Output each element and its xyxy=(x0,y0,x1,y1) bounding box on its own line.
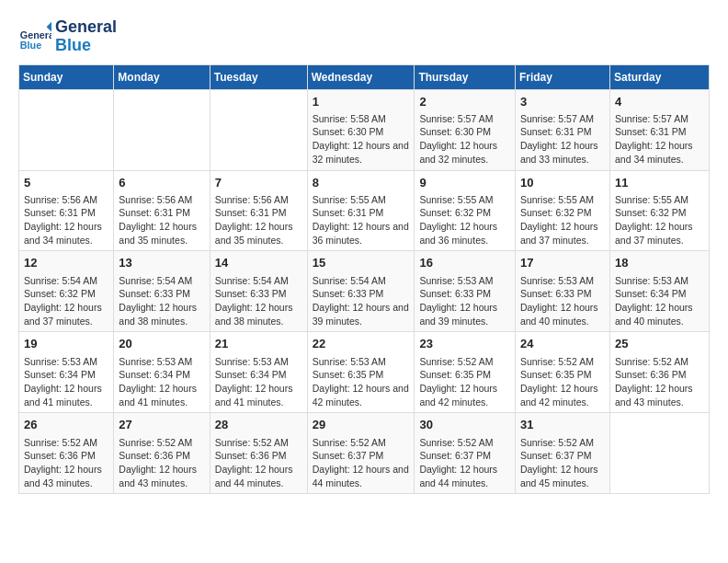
day-info: Sunrise: 5:52 AMSunset: 6:35 PMDaylight:… xyxy=(419,355,510,409)
day-number: 28 xyxy=(215,417,302,433)
day-number: 12 xyxy=(24,255,108,271)
day-info: Sunrise: 5:53 AMSunset: 6:34 PMDaylight:… xyxy=(24,355,108,409)
calendar-cell: 17Sunrise: 5:53 AMSunset: 6:33 PMDayligh… xyxy=(515,251,609,332)
calendar-cell: 3Sunrise: 5:57 AMSunset: 6:31 PMDaylight… xyxy=(515,89,609,170)
day-info: Sunrise: 5:53 AMSunset: 6:35 PMDaylight:… xyxy=(313,355,410,409)
day-info: Sunrise: 5:54 AMSunset: 6:32 PMDaylight:… xyxy=(24,274,108,328)
calendar-cell: 12Sunrise: 5:54 AMSunset: 6:32 PMDayligh… xyxy=(19,251,114,332)
calendar-cell: 15Sunrise: 5:54 AMSunset: 6:33 PMDayligh… xyxy=(307,251,415,332)
day-number: 4 xyxy=(615,94,704,110)
day-number: 23 xyxy=(419,336,510,352)
calendar-cell: 22Sunrise: 5:53 AMSunset: 6:35 PMDayligh… xyxy=(307,332,415,413)
day-number: 24 xyxy=(520,336,605,352)
calendar-cell xyxy=(210,89,307,170)
weekday-header-monday: Monday xyxy=(114,64,210,89)
day-info: Sunrise: 5:53 AMSunset: 6:33 PMDaylight:… xyxy=(419,274,510,328)
calendar-table: SundayMondayTuesdayWednesdayThursdayFrid… xyxy=(18,64,710,495)
day-number: 18 xyxy=(615,255,704,271)
day-info: Sunrise: 5:57 AMSunset: 6:31 PMDaylight:… xyxy=(615,112,704,167)
day-info: Sunrise: 5:52 AMSunset: 6:37 PMDaylight:… xyxy=(419,436,510,490)
calendar-cell xyxy=(19,89,114,170)
day-info: Sunrise: 5:52 AMSunset: 6:35 PMDaylight:… xyxy=(520,355,605,409)
day-number: 6 xyxy=(119,175,204,191)
day-info: Sunrise: 5:56 AMSunset: 6:31 PMDaylight:… xyxy=(215,193,302,247)
day-number: 13 xyxy=(119,255,204,271)
day-number: 11 xyxy=(615,175,704,191)
week-row-4: 19Sunrise: 5:53 AMSunset: 6:34 PMDayligh… xyxy=(19,332,710,413)
day-number: 22 xyxy=(313,336,410,352)
calendar-body: 1Sunrise: 5:58 AMSunset: 6:30 PMDaylight… xyxy=(19,89,710,494)
day-info: Sunrise: 5:52 AMSunset: 6:36 PMDaylight:… xyxy=(119,436,204,490)
day-info: Sunrise: 5:55 AMSunset: 6:32 PMDaylight:… xyxy=(520,193,605,247)
calendar-cell xyxy=(609,413,709,494)
day-info: Sunrise: 5:57 AMSunset: 6:30 PMDaylight:… xyxy=(419,112,510,167)
weekday-header-tuesday: Tuesday xyxy=(210,64,307,89)
calendar-cell: 19Sunrise: 5:53 AMSunset: 6:34 PMDayligh… xyxy=(19,332,114,413)
page-header: General Blue General Blue xyxy=(18,18,710,55)
calendar-cell: 28Sunrise: 5:52 AMSunset: 6:36 PMDayligh… xyxy=(210,413,307,494)
calendar-cell: 29Sunrise: 5:52 AMSunset: 6:37 PMDayligh… xyxy=(307,413,415,494)
calendar-cell: 10Sunrise: 5:55 AMSunset: 6:32 PMDayligh… xyxy=(515,170,609,251)
day-info: Sunrise: 5:56 AMSunset: 6:31 PMDaylight:… xyxy=(24,193,108,247)
day-info: Sunrise: 5:52 AMSunset: 6:36 PMDaylight:… xyxy=(24,436,108,490)
day-info: Sunrise: 5:57 AMSunset: 6:31 PMDaylight:… xyxy=(520,112,605,167)
day-info: Sunrise: 5:52 AMSunset: 6:36 PMDaylight:… xyxy=(215,436,302,490)
calendar-cell: 8Sunrise: 5:55 AMSunset: 6:31 PMDaylight… xyxy=(307,170,415,251)
day-number: 29 xyxy=(313,417,410,433)
calendar-cell: 9Sunrise: 5:55 AMSunset: 6:32 PMDaylight… xyxy=(415,170,516,251)
day-info: Sunrise: 5:53 AMSunset: 6:33 PMDaylight:… xyxy=(520,274,605,328)
day-info: Sunrise: 5:55 AMSunset: 6:32 PMDaylight:… xyxy=(615,193,704,247)
day-number: 26 xyxy=(24,417,108,433)
day-number: 27 xyxy=(119,417,204,433)
svg-text:Blue: Blue xyxy=(20,39,41,50)
calendar-cell: 13Sunrise: 5:54 AMSunset: 6:33 PMDayligh… xyxy=(114,251,210,332)
calendar-cell: 14Sunrise: 5:54 AMSunset: 6:33 PMDayligh… xyxy=(210,251,307,332)
day-info: Sunrise: 5:55 AMSunset: 6:32 PMDaylight:… xyxy=(419,193,510,247)
day-number: 19 xyxy=(24,336,108,352)
calendar-cell: 11Sunrise: 5:55 AMSunset: 6:32 PMDayligh… xyxy=(609,170,709,251)
day-info: Sunrise: 5:53 AMSunset: 6:34 PMDaylight:… xyxy=(615,274,704,328)
day-number: 21 xyxy=(215,336,302,352)
calendar-cell xyxy=(114,89,210,170)
day-info: Sunrise: 5:52 AMSunset: 6:37 PMDaylight:… xyxy=(520,436,605,490)
day-number: 30 xyxy=(419,417,510,433)
day-number: 31 xyxy=(520,417,605,433)
weekday-header-row: SundayMondayTuesdayWednesdayThursdayFrid… xyxy=(19,64,710,89)
calendar-header: SundayMondayTuesdayWednesdayThursdayFrid… xyxy=(19,64,710,89)
calendar-cell: 31Sunrise: 5:52 AMSunset: 6:37 PMDayligh… xyxy=(515,413,609,494)
day-number: 16 xyxy=(419,255,510,271)
day-info: Sunrise: 5:54 AMSunset: 6:33 PMDaylight:… xyxy=(313,274,410,328)
day-info: Sunrise: 5:53 AMSunset: 6:34 PMDaylight:… xyxy=(119,355,204,409)
calendar-cell: 26Sunrise: 5:52 AMSunset: 6:36 PMDayligh… xyxy=(19,413,114,494)
week-row-1: 1Sunrise: 5:58 AMSunset: 6:30 PMDaylight… xyxy=(19,89,710,170)
calendar-cell: 25Sunrise: 5:52 AMSunset: 6:36 PMDayligh… xyxy=(609,332,709,413)
logo-blue: Blue xyxy=(55,37,117,55)
day-info: Sunrise: 5:52 AMSunset: 6:36 PMDaylight:… xyxy=(615,355,704,409)
day-number: 1 xyxy=(313,94,410,110)
logo: General Blue General Blue xyxy=(18,18,117,55)
day-number: 15 xyxy=(313,255,410,271)
day-number: 17 xyxy=(520,255,605,271)
weekday-header-thursday: Thursday xyxy=(415,64,516,89)
calendar-cell: 24Sunrise: 5:52 AMSunset: 6:35 PMDayligh… xyxy=(515,332,609,413)
day-number: 5 xyxy=(24,175,108,191)
day-number: 14 xyxy=(215,255,302,271)
day-number: 25 xyxy=(615,336,704,352)
calendar-cell: 27Sunrise: 5:52 AMSunset: 6:36 PMDayligh… xyxy=(114,413,210,494)
day-number: 7 xyxy=(215,175,302,191)
day-info: Sunrise: 5:52 AMSunset: 6:37 PMDaylight:… xyxy=(313,436,410,490)
week-row-2: 5Sunrise: 5:56 AMSunset: 6:31 PMDaylight… xyxy=(19,170,710,251)
calendar-cell: 5Sunrise: 5:56 AMSunset: 6:31 PMDaylight… xyxy=(19,170,114,251)
calendar-cell: 2Sunrise: 5:57 AMSunset: 6:30 PMDaylight… xyxy=(415,89,516,170)
day-number: 2 xyxy=(419,94,510,110)
calendar-cell: 23Sunrise: 5:52 AMSunset: 6:35 PMDayligh… xyxy=(415,332,516,413)
calendar-cell: 21Sunrise: 5:53 AMSunset: 6:34 PMDayligh… xyxy=(210,332,307,413)
day-info: Sunrise: 5:56 AMSunset: 6:31 PMDaylight:… xyxy=(119,193,204,247)
logo-icon: General Blue xyxy=(18,20,51,53)
week-row-5: 26Sunrise: 5:52 AMSunset: 6:36 PMDayligh… xyxy=(19,413,710,494)
day-number: 9 xyxy=(419,175,510,191)
calendar-cell: 18Sunrise: 5:53 AMSunset: 6:34 PMDayligh… xyxy=(609,251,709,332)
weekday-header-saturday: Saturday xyxy=(609,64,709,89)
day-info: Sunrise: 5:55 AMSunset: 6:31 PMDaylight:… xyxy=(313,193,410,247)
calendar-cell: 4Sunrise: 5:57 AMSunset: 6:31 PMDaylight… xyxy=(609,89,709,170)
